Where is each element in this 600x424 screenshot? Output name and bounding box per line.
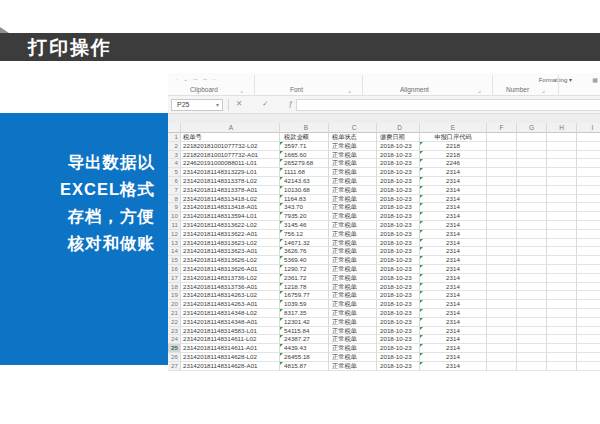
cell-declaration-port-code[interactable]: 2314 (420, 212, 487, 221)
cell-tax-amount[interactable]: 4815.87 (280, 362, 329, 371)
cell-tax-bill-number[interactable]: 231420181148314348-A01 (181, 318, 280, 327)
cell-payment-date[interactable]: 2018-10-23 (377, 177, 420, 186)
cell-empty[interactable] (517, 159, 547, 168)
cell-payment-date[interactable]: 缴费日期 (377, 133, 420, 142)
cell-empty[interactable] (577, 256, 600, 265)
cell-declaration-port-code[interactable]: 2314 (420, 327, 487, 336)
cell-tax-bill-number[interactable]: 231420181148314583-L01 (181, 327, 280, 336)
cell-tax-bill-number[interactable]: 231420181148314611-A01 (181, 344, 280, 353)
cell-payment-date[interactable]: 2018-10-23 (377, 265, 420, 274)
cell-empty[interactable] (517, 247, 547, 256)
cell-tax-bill-number[interactable]: 231420181148313229-L01 (181, 168, 280, 177)
cell-empty[interactable] (517, 177, 547, 186)
cell-empty[interactable] (577, 212, 600, 221)
cell-empty[interactable] (577, 247, 600, 256)
cell-empty[interactable] (487, 133, 517, 142)
cell-tax-bill-number[interactable]: 231420181148314263-L02 (181, 291, 280, 300)
cell-empty[interactable] (487, 203, 517, 212)
cell-tax-amount[interactable]: 10130.68 (280, 186, 329, 195)
cell-payment-date[interactable]: 2018-10-23 (377, 159, 420, 168)
cell-empty[interactable] (577, 335, 600, 344)
cell-tax-amount[interactable]: 265279.68 (280, 159, 329, 168)
cell-empty[interactable] (517, 195, 547, 204)
cell-payment-date[interactable]: 2018-10-23 (377, 186, 420, 195)
cell-empty[interactable] (547, 168, 577, 177)
cell-tax-bill-number[interactable]: 231420181148313623-A01 (181, 247, 280, 256)
cell-empty[interactable] (547, 291, 577, 300)
cell-tax-bill-number[interactable]: 231420181148314263-A01 (181, 300, 280, 309)
cell-tax-bill-number[interactable]: 231420181148313622-L02 (181, 221, 280, 230)
cell-tax-bill-status[interactable]: 正常税单 (329, 335, 377, 344)
cell-empty[interactable] (577, 283, 600, 292)
cell-declaration-port-code[interactable]: 2314 (420, 362, 487, 371)
row-number[interactable]: 25 (168, 344, 181, 353)
cell-tax-amount[interactable]: 16759.77 (280, 291, 329, 300)
row-number[interactable]: 12 (168, 230, 181, 239)
cell-empty[interactable] (577, 265, 600, 274)
cell-tax-bill-number[interactable]: 231420181148313736-L02 (181, 274, 280, 283)
cell-empty[interactable] (517, 142, 547, 151)
cell-declaration-port-code[interactable]: 2314 (420, 203, 487, 212)
cell-payment-date[interactable]: 2018-10-23 (377, 195, 420, 204)
cell-empty[interactable] (547, 344, 577, 353)
cell-empty[interactable] (517, 256, 547, 265)
cell-payment-date[interactable]: 2018-10-23 (377, 230, 420, 239)
cell-empty[interactable] (577, 203, 600, 212)
cell-tax-bill-status[interactable]: 正常税单 (329, 309, 377, 318)
cell-tax-amount[interactable]: 1164.83 (280, 195, 329, 204)
cell-empty[interactable] (487, 212, 517, 221)
cell-payment-date[interactable]: 2018-10-23 (377, 142, 420, 151)
cell-empty[interactable] (517, 362, 547, 371)
cell-empty[interactable] (577, 151, 600, 160)
cell-empty[interactable] (547, 353, 577, 362)
column-header-a[interactable]: A (181, 123, 280, 133)
cell-empty[interactable] (547, 327, 577, 336)
row-number[interactable]: 4 (168, 159, 181, 168)
cell-tax-bill-status[interactable]: 正常税单 (329, 327, 377, 336)
cell-empty[interactable] (487, 142, 517, 151)
cell-tax-amount[interactable]: 3597.71 (280, 142, 329, 151)
number-dialog-launcher-icon[interactable]: ⌟ (542, 86, 545, 93)
cell-tax-amount[interactable]: 24387.27 (280, 335, 329, 344)
cell-empty[interactable] (547, 230, 577, 239)
cell-empty[interactable] (547, 195, 577, 204)
cell-tax-bill-number[interactable]: 231420181148313622-A01 (181, 230, 280, 239)
cell-declaration-port-code[interactable]: 2314 (420, 335, 487, 344)
row-number[interactable]: 20 (168, 300, 181, 309)
cell-payment-date[interactable]: 2018-10-23 (377, 256, 420, 265)
cell-empty[interactable] (577, 274, 600, 283)
cell-declaration-port-code[interactable]: 2314 (420, 239, 487, 248)
cell-empty[interactable] (487, 300, 517, 309)
column-header-b[interactable]: B (280, 123, 329, 133)
cell-empty[interactable] (577, 142, 600, 151)
cell-tax-amount[interactable]: 税款金额 (280, 133, 329, 142)
column-header-h[interactable]: H (547, 123, 577, 133)
cell-empty[interactable] (517, 168, 547, 177)
cell-empty[interactable] (547, 265, 577, 274)
cell-empty[interactable] (577, 186, 600, 195)
cell-declaration-port-code[interactable]: 2314 (420, 300, 487, 309)
row-number[interactable]: 16 (168, 265, 181, 274)
cell-tax-bill-number[interactable]: 231420181148314628-L02 (181, 353, 280, 362)
cell-payment-date[interactable]: 2018-10-23 (377, 335, 420, 344)
cell-empty[interactable] (517, 353, 547, 362)
cell-empty[interactable] (577, 300, 600, 309)
cell-empty[interactable] (517, 239, 547, 248)
cell-tax-amount[interactable]: 343.70 (280, 203, 329, 212)
row-number[interactable]: 23 (168, 327, 181, 336)
cell-empty[interactable] (517, 186, 547, 195)
cell-empty[interactable] (517, 274, 547, 283)
cell-empty[interactable] (547, 247, 577, 256)
column-header-d[interactable]: D (377, 123, 420, 133)
cell-empty[interactable] (547, 221, 577, 230)
cell-declaration-port-code[interactable]: 2314 (420, 353, 487, 362)
cell-empty[interactable] (547, 256, 577, 265)
cell-tax-amount[interactable]: 14671.32 (280, 239, 329, 248)
cell-tax-bill-number[interactable]: 231420181148313418-A01 (181, 203, 280, 212)
cell-tax-bill-number[interactable]: 224620191000088011-L01 (181, 159, 280, 168)
cell-empty[interactable] (547, 274, 577, 283)
cell-empty[interactable] (487, 309, 517, 318)
cell-empty[interactable] (517, 265, 547, 274)
cell-empty[interactable] (517, 318, 547, 327)
cell-empty[interactable] (517, 291, 547, 300)
